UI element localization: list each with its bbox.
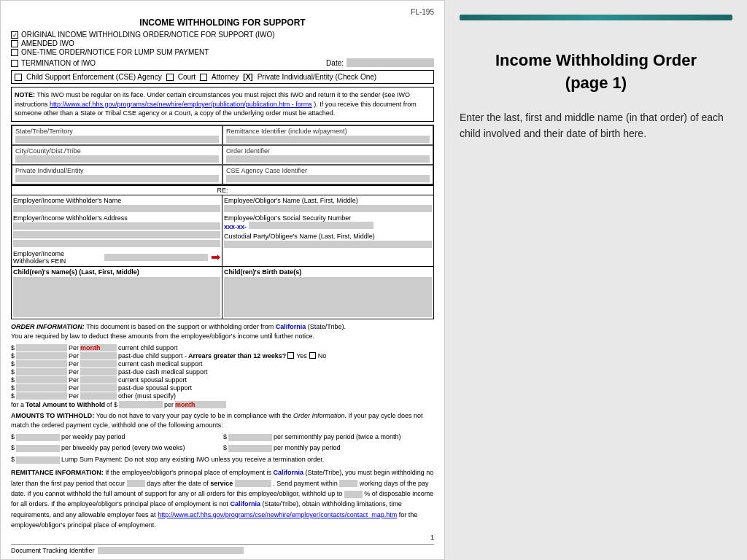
custodial-input[interactable] <box>224 241 432 248</box>
employee-ssn-field: Employee/Obligor's Social Security Numbe… <box>224 214 432 230</box>
per-field-6[interactable] <box>80 384 117 392</box>
re-grid: Employer/Income Withholder's Name Employ… <box>12 195 433 266</box>
payment-days-field[interactable] <box>339 480 357 487</box>
employer-address-input3[interactable] <box>13 240 220 247</box>
employer-address-input1[interactable] <box>13 222 220 230</box>
employee-ssn-input[interactable] <box>249 222 374 229</box>
remittance-value[interactable] <box>226 136 430 143</box>
employer-address-input2[interactable] <box>13 231 220 238</box>
remittance-label: Remittance Identifier (include w/payment… <box>226 128 347 135</box>
children-names-cell: Child(ren)'s Name(s) (Last, First, Middl… <box>12 267 222 319</box>
order-information-ref: Order Information. <box>293 412 347 419</box>
remittance-url-link[interactable]: http://www.acf.hhs.gov/programs/cse/newh… <box>158 511 397 518</box>
tracking-label: Document Tracking Identifier <box>11 547 95 554</box>
total-amount-field[interactable] <box>119 401 163 408</box>
remittance-state: California <box>274 469 304 476</box>
amount-field-1[interactable] <box>16 344 67 351</box>
private-entity-label: Private Individual/Entity <box>15 167 84 174</box>
amount-field-2[interactable] <box>16 352 67 359</box>
date-label: Date: <box>326 59 344 67</box>
per-field-5[interactable] <box>80 376 117 384</box>
service-date-field[interactable] <box>235 480 271 487</box>
children-grid: Child(ren)'s Name(s) (Last, First, Middl… <box>12 266 433 319</box>
amount-field-4[interactable] <box>16 368 67 376</box>
employer-name-input[interactable] <box>13 205 220 212</box>
cse-checkbox[interactable] <box>15 74 22 81</box>
amount-field-5[interactable] <box>16 376 67 384</box>
state-field: State/Tribe/Territory <box>12 125 222 145</box>
children-names-input[interactable] <box>13 277 220 317</box>
order-id-field: Order Identifier <box>222 145 433 165</box>
date-field[interactable] <box>347 58 434 67</box>
sidebar-panel: Income Withholding Order(page 1) Enter t… <box>445 0 747 560</box>
termination-row: TERMINATION of IWO <box>11 59 96 67</box>
amended-iwo-label: AMENDED IWO <box>21 39 74 47</box>
private-x-mark: [X] <box>243 73 252 81</box>
one-time-label: ONE-TIME ORDER/NOTICE FOR LUMP SUM PAYME… <box>21 48 209 56</box>
children-names-label: Child(ren)'s Name(s) (Last, First, Middl… <box>13 268 220 276</box>
amount-row-1: $ Per month current child support <box>11 344 434 351</box>
pay-biweekly-field[interactable] <box>16 445 60 452</box>
custodial-field: Custodial Party/Obligee's Name (Last, Fi… <box>224 233 432 248</box>
pay-monthly-field[interactable] <box>228 445 272 452</box>
lump-sum-row: $ Lump Sum Payment: Do not stop any exis… <box>11 455 434 465</box>
percent-field[interactable] <box>344 491 363 498</box>
cse-case-value[interactable] <box>226 175 430 182</box>
children-dob-input[interactable] <box>224 277 432 317</box>
employee-name-input[interactable] <box>224 205 432 212</box>
yes-checkbox[interactable] <box>287 352 294 359</box>
state-value[interactable] <box>15 136 219 143</box>
termination-checkbox[interactable] <box>11 60 18 67</box>
date-row: Date: <box>326 58 434 67</box>
state-label: State/Tribe/Territory <box>15 128 73 135</box>
attorney-label: Attorney <box>212 73 239 81</box>
note-box: NOTE: This IWO must be regular on its fa… <box>11 87 434 122</box>
order-state: California <box>276 323 306 330</box>
city-value[interactable] <box>15 155 219 163</box>
note-url-link[interactable]: http://www.acf.hhs.gov/programs/cse/newh… <box>50 101 312 108</box>
no-checkbox[interactable] <box>309 352 316 359</box>
per-field-3[interactable] <box>80 360 117 368</box>
per-total-field[interactable]: month <box>175 401 226 408</box>
fein-row: Employer/Income Withholder's FEIN ➡ <box>13 250 220 265</box>
court-checkbox[interactable] <box>166 74 174 81</box>
amount-row-2: $ Per past-due child support - Arrears g… <box>11 352 434 359</box>
fein-input[interactable] <box>104 254 208 261</box>
remittance-field: Remittance Identifier (include w/payment… <box>222 125 433 145</box>
order-id-value[interactable] <box>226 155 430 163</box>
doc-title: INCOME WITHHOLDING FOR SUPPORT <box>11 18 434 28</box>
cse-case-label: CSE Agency Case Identifier <box>226 167 307 174</box>
original-iwo-checkbox[interactable] <box>11 31 18 39</box>
children-dob-cell: Child(ren)'s Birth Date(s) <box>222 267 433 319</box>
total-row: for a Total Amount to Withhold of $ per … <box>11 401 434 408</box>
per-field-4[interactable] <box>80 368 117 376</box>
order-info-text2: (State/Tribe). <box>308 323 346 330</box>
pay-weekly-field[interactable] <box>16 434 60 441</box>
agency-row: Child Support Enforcement (CSE) Agency C… <box>11 70 434 84</box>
re-header: RE: <box>12 186 433 195</box>
employee-ssn-value: xxx-xx- <box>224 223 247 230</box>
amount-field-6[interactable] <box>16 384 67 392</box>
arrears-label: Arrears greater than 12 weeks? <box>188 352 286 359</box>
per-field-2[interactable] <box>80 352 117 359</box>
attorney-checkbox[interactable] <box>200 74 207 81</box>
one-time-checkbox[interactable] <box>11 49 18 56</box>
pay-grid: $ per weekly pay period $ per semimonthl… <box>11 432 434 454</box>
amounts-withhold-text: AMOUNTS TO WITHHOLD: You do not have to … <box>11 411 434 431</box>
amount-field-3[interactable] <box>16 360 67 368</box>
per-field-1[interactable]: month <box>80 344 117 351</box>
fein-label: Employer/Income Withholder's FEIN <box>13 250 101 265</box>
tracking-field[interactable] <box>98 547 244 554</box>
amounts-withhold-section: AMOUNTS TO WITHHOLD: You do not have to … <box>11 411 434 465</box>
note-label: NOTE: <box>15 91 35 98</box>
amended-iwo-checkbox[interactable] <box>11 40 18 47</box>
days-field[interactable] <box>127 480 145 487</box>
lump-sum-field[interactable] <box>16 456 60 464</box>
private-entity-value[interactable] <box>15 175 219 182</box>
amount-row-6: $ Per past-due spousal support <box>11 384 434 392</box>
pay-semimonthly-field[interactable] <box>228 434 272 441</box>
private-label: Private Individual/Entity (Check One) <box>258 73 376 81</box>
amount-field-7[interactable] <box>16 392 67 400</box>
employer-section: Employer/Income Withholder's Name Employ… <box>12 195 222 266</box>
per-field-7[interactable] <box>80 392 117 400</box>
